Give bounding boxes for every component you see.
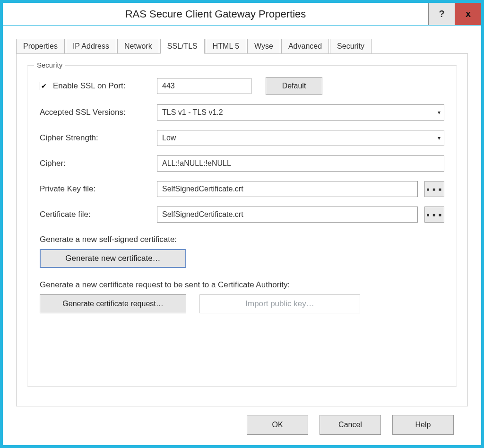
enable-ssl-label-wrap: ✔ Enable SSL on Port: bbox=[40, 81, 150, 91]
tab-panel: Security ✔ Enable SSL on Port: Default bbox=[16, 53, 468, 406]
cert-file-row: Certificate file: ■ ■ ■ bbox=[40, 207, 444, 223]
tab-wyse[interactable]: Wyse bbox=[247, 39, 280, 53]
import-public-key-button[interactable]: Import public key… bbox=[199, 294, 360, 313]
private-key-input[interactable] bbox=[157, 181, 418, 197]
titlebar-close-button[interactable]: x bbox=[455, 3, 481, 25]
self-signed-section-label: Generate a new self-signed certificate: bbox=[40, 235, 444, 244]
accepted-versions-row: Accepted SSL Versions: ▾ bbox=[40, 104, 444, 121]
ssl-port-input[interactable] bbox=[157, 78, 251, 94]
accepted-versions-dropdown[interactable]: ▾ bbox=[157, 104, 444, 121]
cipher-strength-value[interactable] bbox=[157, 130, 444, 146]
accepted-versions-label: Accepted SSL Versions: bbox=[40, 108, 150, 117]
cipher-input[interactable] bbox=[157, 155, 444, 172]
check-icon: ✔ bbox=[41, 83, 47, 89]
titlebar-help-button[interactable]: ? bbox=[428, 3, 455, 25]
tab-html5[interactable]: HTML 5 bbox=[206, 39, 246, 53]
enable-ssl-row: ✔ Enable SSL on Port: Default bbox=[40, 77, 444, 95]
tab-properties[interactable]: Properties bbox=[16, 39, 65, 53]
csr-button-row: Generate certificate request… Import pub… bbox=[40, 294, 444, 313]
cipher-label: Cipher: bbox=[40, 159, 150, 168]
tab-security[interactable]: Security bbox=[330, 39, 372, 53]
tab-network[interactable]: Network bbox=[117, 39, 159, 53]
content-area: Properties IP Address Network SSL/TLS HT… bbox=[3, 26, 481, 445]
generate-certificate-request-button[interactable]: Generate certificate request… bbox=[40, 294, 186, 313]
private-key-label: Private Key file: bbox=[40, 184, 150, 194]
cancel-button[interactable]: Cancel bbox=[320, 415, 381, 435]
tab-ip-address[interactable]: IP Address bbox=[66, 39, 116, 53]
tab-advanced[interactable]: Advanced bbox=[281, 39, 329, 53]
ok-button[interactable]: OK bbox=[247, 415, 308, 435]
csr-section-label: Generate a new certificate request to be… bbox=[40, 280, 444, 290]
private-key-row: Private Key file: ■ ■ ■ bbox=[40, 181, 444, 197]
cipher-strength-row: Cipher Strength: ▾ bbox=[40, 130, 444, 146]
tab-ssl-tls[interactable]: SSL/TLS bbox=[160, 39, 205, 54]
enable-ssl-checkbox[interactable]: ✔ bbox=[40, 82, 48, 90]
window-title: RAS Secure Client Gateway Properties bbox=[3, 3, 428, 25]
accepted-versions-value[interactable] bbox=[157, 104, 444, 121]
cipher-strength-label: Cipher Strength: bbox=[40, 133, 150, 143]
group-legend: Security bbox=[34, 61, 65, 69]
cipher-strength-dropdown[interactable]: ▾ bbox=[157, 130, 444, 146]
default-port-button[interactable]: Default bbox=[266, 77, 322, 95]
cert-file-input[interactable] bbox=[157, 207, 418, 223]
titlebar: RAS Secure Client Gateway Properties ? x bbox=[3, 3, 481, 26]
tab-bar: Properties IP Address Network SSL/TLS HT… bbox=[16, 39, 468, 53]
generate-new-certificate-button[interactable]: Generate new certificate… bbox=[40, 249, 186, 268]
cipher-row: Cipher: bbox=[40, 155, 444, 172]
dialog-footer: OK Cancel Help bbox=[16, 406, 468, 435]
security-group: Security ✔ Enable SSL on Port: Default bbox=[27, 65, 457, 387]
cert-file-label: Certificate file: bbox=[40, 210, 150, 219]
dialog-window: RAS Secure Client Gateway Properties ? x… bbox=[0, 0, 484, 448]
private-key-browse-button[interactable]: ■ ■ ■ bbox=[424, 181, 444, 197]
enable-ssl-label: Enable SSL on Port: bbox=[53, 81, 125, 91]
cert-file-browse-button[interactable]: ■ ■ ■ bbox=[424, 207, 444, 223]
help-button[interactable]: Help bbox=[392, 415, 454, 435]
